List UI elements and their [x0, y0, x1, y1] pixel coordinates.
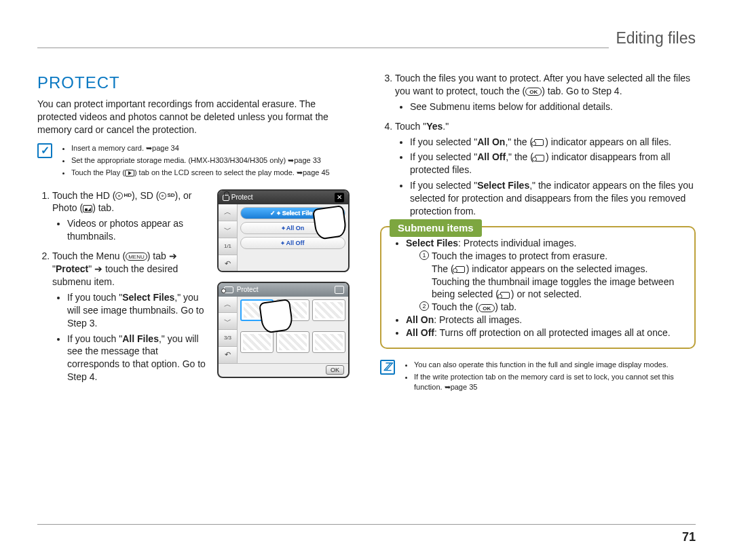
text: Touch the images to protect from erasure…	[432, 250, 607, 261]
check-icon: ✓	[37, 143, 52, 158]
label: All On	[406, 314, 434, 325]
ok-pill-icon: OK	[525, 88, 542, 96]
circled-1-icon: 1	[419, 250, 429, 260]
text: ) tab. Go to Step 4.	[542, 86, 622, 96]
lcd-title: Protect	[223, 193, 252, 202]
text: ) tab	[147, 250, 169, 261]
text: ) tab.	[495, 301, 516, 312]
step-3-bullet: See Submenu items below for additional d…	[410, 100, 696, 113]
pre-note-item: Touch the Play () tab on the LCD screen …	[71, 168, 330, 178]
manual-page: Editing files PROTECT You can protect im…	[0, 0, 733, 424]
submenu-heading: Submenu items	[390, 219, 482, 237]
all-on-label: All On	[477, 136, 505, 147]
thumbnail[interactable]	[312, 299, 345, 321]
key-icon	[455, 266, 465, 273]
lcd-title: Protect	[223, 285, 258, 295]
chapter-title: Editing files	[609, 28, 696, 49]
step-4-bullet: If you selected "All On," the () indicat…	[410, 136, 696, 149]
ok-pill-icon: OK	[478, 304, 495, 312]
text: ," the (	[506, 151, 533, 162]
play-tab-icon	[125, 170, 134, 176]
section-title: PROTECT	[37, 72, 353, 94]
lcd-down-button[interactable]: ﹀	[219, 221, 237, 238]
header-rule: Editing files	[37, 48, 696, 48]
lcd-back-button[interactable]: ↶	[219, 255, 237, 272]
pre-note-item: Set the appropriate storage media. (HMX-…	[71, 155, 330, 166]
menu-all-off[interactable]: ⌖ All Off	[240, 237, 345, 249]
step-1: Touch the HD (HD), SD (SD), or Photo () …	[52, 189, 210, 244]
sd-label: SD	[167, 192, 174, 198]
hand-pointer-icon	[312, 205, 347, 240]
submenu-substep: 2Touch the (OK) tab.	[419, 301, 683, 314]
key-icon	[535, 155, 544, 162]
step-4: Touch "Yes." If you selected "All On," t…	[395, 120, 696, 218]
lcd-up-button[interactable]: ︿	[219, 297, 237, 314]
info-icon: ℤ	[380, 360, 395, 375]
arrow-icon: ➔	[169, 250, 177, 261]
hd-label: HD	[124, 192, 132, 198]
steps-list-right: Touch the files you want to protect. Aft…	[380, 72, 696, 218]
disc-icon	[159, 192, 166, 200]
pre-note-item: Insert a memory card. ➥page 34	[71, 143, 330, 153]
lock-icon	[223, 195, 229, 201]
disc-icon	[115, 192, 123, 200]
text: If you selected "	[410, 180, 477, 191]
select-files-label: Select Files	[122, 292, 174, 303]
text: : Protects all images.	[434, 314, 522, 325]
lcd-down-button[interactable]: ﹀	[219, 313, 237, 330]
text: ) tab.	[92, 202, 114, 213]
text: : Turns off protection on all protected …	[434, 327, 671, 338]
submenu-select-files: Select Files: Protects individual images…	[406, 237, 683, 314]
label: All Off	[406, 327, 434, 338]
submenu-substep: 1Touch the images to protect from erasur…	[419, 250, 683, 301]
lcd-thumbnail-grid: Protect ︿ ﹀ 3/3 ↶	[217, 282, 350, 378]
right-column: Touch the files you want to protect. Aft…	[380, 72, 696, 404]
thumbnail[interactable]	[240, 331, 274, 353]
protect-label: Protect	[56, 263, 88, 274]
label: Select Files	[406, 238, 458, 248]
all-files-label: All Files	[122, 333, 159, 344]
step-4-bullet: If you selected "Select Files," the indi…	[410, 179, 696, 218]
steps-list-left: Touch the HD (HD), SD (SD), or Photo () …	[37, 189, 210, 384]
text: Touch the Menu (	[52, 250, 126, 261]
key-icon	[534, 139, 544, 146]
text: ) or not selected.	[511, 288, 582, 299]
step-2-bullet: If you touch "Select Files," you will se…	[67, 291, 210, 330]
photo-tab-icon	[83, 205, 92, 212]
hand-pointer-icon	[259, 299, 294, 334]
select-files-label: Select Files	[477, 180, 529, 191]
page-number: 71	[37, 524, 696, 545]
text: If you selected "	[410, 136, 477, 147]
step-4-bullet: If you selected "All Off," the () indica…	[410, 151, 696, 176]
text: Touch "	[395, 121, 426, 132]
footer-note-item: If the write protection tab on the memor…	[414, 372, 696, 392]
submenu-all-on: All On: Protects all images.	[406, 314, 683, 326]
footer-note-item: You can also operate this function in th…	[414, 360, 696, 370]
text: ), SD (	[132, 190, 159, 201]
close-icon[interactable]: ✕	[335, 193, 344, 202]
section-intro: You can protect important recordings fro…	[37, 98, 353, 136]
arrow-icon: ➔	[94, 263, 102, 274]
text: Touch the HD (	[52, 190, 115, 201]
text: ," the (	[505, 136, 533, 147]
footer-note: ℤ You can also operate this function in …	[380, 360, 696, 394]
text: "	[88, 263, 94, 274]
key-icon	[224, 286, 233, 293]
text: ) indicator appears on all files.	[545, 136, 671, 147]
lcd-ok-button[interactable]: OK	[326, 365, 344, 375]
yes-label: Yes	[426, 121, 443, 132]
text: If you touch "	[67, 333, 122, 344]
thumbnail[interactable]	[276, 331, 309, 353]
lcd-protect-menu: Protect ✕ ︿ ﹀ 1/1 ↶ ✓ ⌖ Select File	[217, 189, 350, 272]
step-2-bullet: If you touch "All Files," you will see t…	[67, 333, 210, 384]
submenu-all-off: All Off: Turns off protection on all pro…	[406, 326, 683, 339]
lcd-page-indicator: 1/1	[219, 238, 237, 255]
thumbnail[interactable]	[312, 331, 345, 353]
lcd-back-button[interactable]: ↶	[219, 347, 237, 363]
lcd-up-button[interactable]: ︿	[219, 204, 237, 221]
submenu-items-box: Submenu items Select Files: Protects ind…	[380, 226, 696, 349]
all-off-label: All Off	[477, 151, 506, 162]
precondition-note: ✓ Insert a memory card. ➥page 34 Set the…	[37, 143, 353, 180]
text: If you selected "	[410, 151, 477, 162]
menu-pill-icon: MENU	[126, 253, 147, 261]
